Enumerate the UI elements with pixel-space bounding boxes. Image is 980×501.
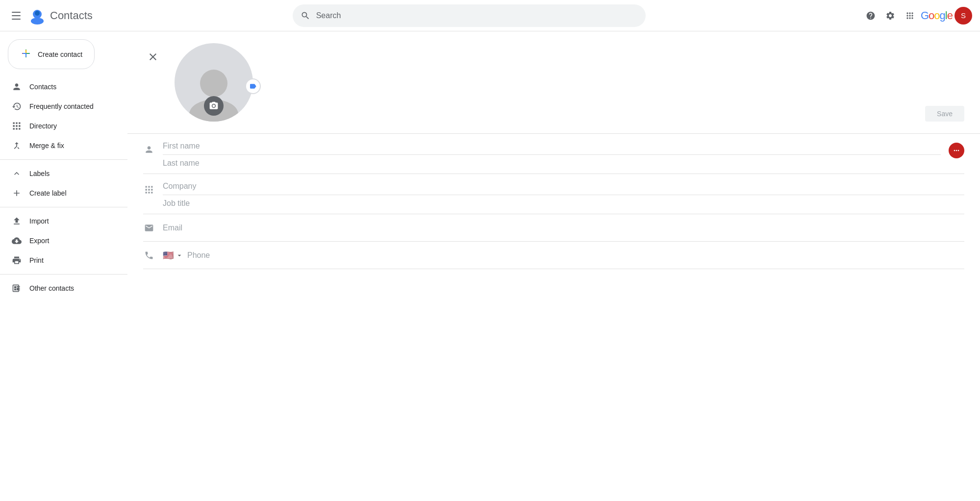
app-title: Contacts: [50, 9, 93, 22]
sidebar-item-frequently-contacted[interactable]: Frequently contacted: [0, 97, 120, 116]
menu-line-3: [12, 19, 21, 20]
job-title-input[interactable]: [163, 195, 964, 212]
create-contact-button[interactable]: Create contact: [8, 39, 95, 69]
person-icon: [12, 82, 22, 92]
import-label: Import: [29, 217, 49, 225]
close-icon: [147, 51, 159, 63]
print-label: Print: [29, 256, 44, 264]
logo-area: Contacts: [28, 7, 93, 25]
other-contacts-label: Other contacts: [29, 284, 74, 292]
search-icon: [301, 11, 310, 21]
chevron-up-icon: [12, 169, 22, 178]
create-label-text: Create label: [29, 189, 67, 197]
main-content: Save: [127, 31, 980, 501]
cloud-download-icon: [12, 236, 22, 246]
us-flag-emoji: 🇺🇸: [163, 250, 174, 261]
app-header: Contacts Google S: [0, 0, 980, 31]
name-person-icon: [144, 145, 154, 154]
svg-point-7: [200, 70, 227, 97]
phone-icon: [144, 250, 154, 260]
create-contact-label: Create contact: [38, 50, 82, 58]
sidebar-item-other-contacts[interactable]: Other contacts: [0, 278, 120, 298]
sidebar-item-directory[interactable]: Directory: [0, 116, 120, 136]
name-expand-button-wrap: [949, 143, 964, 158]
company-icon: [144, 185, 154, 195]
email-field-row: [143, 214, 964, 242]
sidebar-item-print[interactable]: Print: [0, 250, 120, 270]
phone-country-selector[interactable]: 🇺🇸: [163, 250, 183, 261]
more-icon: [953, 147, 960, 154]
form-body: 🇺🇸: [127, 134, 980, 269]
menu-line-1: [12, 12, 21, 13]
label-badge-button[interactable]: [245, 78, 261, 94]
email-input[interactable]: [163, 220, 964, 236]
apps-button[interactable]: [901, 7, 919, 25]
phone-input[interactable]: [187, 247, 964, 264]
name-field-row: [143, 134, 964, 174]
label-icon: [249, 82, 257, 90]
svg-point-2: [35, 11, 40, 16]
user-avatar-button[interactable]: S: [955, 7, 972, 25]
company-field-row: [143, 174, 964, 214]
plus-icon: [12, 188, 22, 198]
upload-icon: [12, 216, 22, 226]
sidebar-contacts-label: Contacts: [29, 83, 56, 91]
history-icon: [12, 101, 22, 111]
labels-label: Labels: [29, 170, 50, 177]
settings-button[interactable]: [881, 7, 899, 25]
nav-divider-2: [0, 207, 127, 207]
other-contacts-icon: [12, 283, 22, 293]
company-input[interactable]: [163, 178, 964, 195]
sidebar-item-merge-fix[interactable]: Merge & fix: [0, 136, 120, 155]
sidebar-item-import[interactable]: Import: [0, 211, 120, 231]
camera-overlay-button[interactable]: [204, 96, 224, 116]
header-left: Contacts: [8, 7, 184, 25]
nav-divider-3: [0, 274, 127, 275]
search-bar: [293, 4, 646, 27]
expand-name-button[interactable]: [949, 143, 964, 158]
sidebar-item-contacts[interactable]: Contacts: [0, 77, 120, 97]
name-fields-group: [163, 138, 941, 172]
sidebar-directory-label: Directory: [29, 122, 57, 130]
close-button[interactable]: [143, 47, 163, 69]
person-field-icon: [143, 145, 155, 154]
contacts-logo-icon: [28, 7, 46, 25]
camera-icon: [209, 101, 219, 111]
sidebar-item-create-label[interactable]: Create label: [0, 183, 120, 203]
sidebar-frequently-label: Frequently contacted: [29, 102, 94, 110]
menu-line-2: [12, 15, 21, 16]
email-input-wrap: [163, 220, 964, 236]
phone-input-wrap: 🇺🇸: [163, 247, 964, 264]
help-icon: [866, 11, 876, 21]
nav-divider-1: [0, 159, 127, 160]
export-label: Export: [29, 237, 49, 245]
first-name-input[interactable]: [163, 138, 941, 154]
search-input[interactable]: [316, 11, 638, 20]
email-icon: [144, 223, 154, 233]
sidebar-merge-label: Merge & fix: [29, 142, 64, 150]
grid-icon: [905, 11, 915, 21]
print-icon: [12, 255, 22, 265]
phone-field-row: 🇺🇸: [143, 242, 964, 269]
save-button[interactable]: Save: [925, 106, 964, 122]
svg-point-1: [31, 18, 44, 25]
sidebar: Create contact Contacts Frequently conta…: [0, 31, 127, 501]
phone-field-icon: [143, 250, 155, 260]
menu-button[interactable]: [8, 8, 25, 24]
avatar-placeholder: [175, 43, 253, 122]
chevron-down-icon: [176, 251, 183, 259]
company-field-icon: [143, 185, 155, 195]
help-button[interactable]: [862, 7, 879, 25]
last-name-input[interactable]: [163, 155, 941, 172]
google-logo-text: Google: [921, 9, 953, 22]
sidebar-item-export[interactable]: Export: [0, 231, 120, 250]
google-plus-icon: [20, 48, 32, 61]
labels-section-header[interactable]: Labels: [0, 164, 127, 183]
company-fields-group: [163, 178, 964, 212]
gear-icon: [885, 11, 895, 21]
plus-color-icon: [20, 48, 32, 59]
contact-form-header: Save: [127, 31, 980, 134]
main-layout: Create contact Contacts Frequently conta…: [0, 31, 980, 501]
header-right: Google S: [862, 7, 972, 25]
avatar-section: [175, 43, 253, 122]
